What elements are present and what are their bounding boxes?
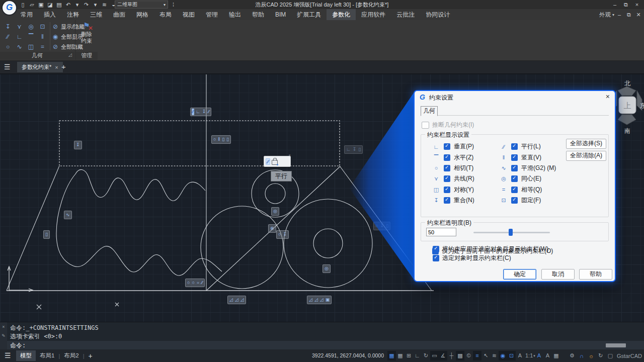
status-menu-icon[interactable]: ☰ [5, 351, 11, 359]
redo-caret-icon[interactable]: ▾ [92, 2, 99, 8]
constraint-badge[interactable]: ◎ [271, 207, 279, 216]
sync-icon[interactable]: ↻ [597, 352, 605, 359]
annotation-scale-icon[interactable]: A [516, 351, 524, 360]
minimize-button[interactable]: – [610, 2, 620, 8]
save-icon[interactable]: ▣ [37, 2, 45, 8]
zoom-icon[interactable]: ◉ [499, 351, 507, 360]
transparency-input[interactable] [426, 228, 456, 236]
doc-restore-button[interactable]: ⧉ [624, 12, 633, 18]
dialog-title-bar[interactable]: G 约束设置 × [415, 91, 615, 103]
panel-launcher-icon[interactable]: ◿ [68, 52, 72, 57]
perpendicular-icon[interactable]: ∟ [14, 32, 25, 42]
parallel-icon[interactable]: ∕∕ [2, 32, 14, 42]
ribbon-tab[interactable]: 管理 [200, 9, 223, 20]
doc-close-button[interactable]: ✕ [634, 12, 643, 18]
ortho-mode-icon[interactable]: ∟ [413, 351, 422, 360]
workspace-grid-icon[interactable]: ▦ [552, 351, 560, 360]
dialog-close-icon[interactable]: × [606, 93, 610, 101]
constraint-badge[interactable]: ◿◿◿▣ [307, 296, 332, 304]
save-as-icon[interactable]: ◪ [46, 2, 54, 8]
angle-snap-icon[interactable]: ∡ [439, 351, 447, 360]
constraint-badge[interactable]: ∟↧▯ [344, 145, 363, 154]
ribbon-tab[interactable]: 网格 [131, 9, 154, 20]
polar-tracking-icon[interactable]: ↻ [422, 351, 430, 360]
transparency-slider[interactable] [473, 232, 550, 233]
menu-icon[interactable]: ☰ [4, 63, 11, 71]
ribbon-tab[interactable]: 参数化 [327, 9, 356, 20]
slider-thumb[interactable] [509, 229, 513, 236]
apply-after-checkbox[interactable] [433, 246, 439, 252]
new-doc-icon[interactable]: ▢ [606, 352, 614, 359]
lock-icon[interactable]: ∩ [578, 353, 586, 359]
constraint-checkbox[interactable] [444, 165, 450, 171]
auto-annotation-icon[interactable]: A [543, 351, 552, 360]
lock-icon[interactable] [272, 160, 278, 165]
equal-icon[interactable]: = [37, 42, 48, 52]
constraint-checkbox[interactable] [511, 187, 518, 193]
ribbon-tab[interactable]: 协同设计 [420, 9, 455, 20]
new-tab-button[interactable]: + [61, 62, 66, 71]
constraint-checkbox[interactable] [511, 143, 518, 150]
annotation-scale-value[interactable]: 1:1 ▾ [524, 351, 535, 360]
ribbon-tab[interactable]: 视图 [177, 9, 200, 20]
constraint-badge[interactable]: ▯ [43, 230, 50, 239]
model-tab[interactable]: 模型 [16, 350, 36, 361]
constraint-badge[interactable]: ∿ [64, 211, 72, 219]
bulb-icon[interactable]: ☼ [587, 353, 595, 359]
constraint-checkbox[interactable] [444, 187, 450, 193]
undo-icon[interactable]: ↶ [64, 2, 72, 8]
collinear-icon[interactable]: ⋎ [14, 22, 25, 32]
layout1-tab[interactable]: 布局1 [36, 350, 58, 361]
command-scrollbar[interactable] [606, 343, 626, 347]
smooth-icon[interactable]: ∿ [14, 42, 25, 52]
constraint-checkbox[interactable] [444, 175, 450, 182]
undo-caret-icon[interactable]: ▾ [73, 2, 81, 8]
parallel-constraint-icon[interactable]: ∕∕ [266, 158, 270, 165]
ribbon-tab[interactable]: 布局 [154, 9, 177, 20]
ribbon-tab[interactable]: 输出 [223, 9, 247, 20]
linetype-display-icon[interactable]: ≡ [473, 351, 481, 360]
selection-cycling-icon[interactable]: ↖ [481, 351, 490, 360]
constraint-checkbox[interactable] [444, 154, 450, 161]
clear-all-button[interactable]: 全部清除(A) [566, 151, 606, 161]
constraint-checkbox[interactable] [444, 197, 450, 204]
constraint-badge[interactable]: ∕∕∟↧∕∕ [190, 108, 211, 116]
snap-mode-icon[interactable]: ▦ [396, 351, 405, 360]
grid-display-icon[interactable]: ▦ [387, 351, 396, 360]
ribbon-tab[interactable]: 插入 [38, 9, 61, 20]
tangent-icon[interactable]: ○ [2, 42, 14, 52]
appearance-menu[interactable]: 外观 [599, 11, 612, 19]
print-icon[interactable]: ▤ [55, 2, 63, 8]
restore-button[interactable]: ⧉ [621, 2, 631, 8]
add-layout-button[interactable]: + [85, 352, 97, 360]
ribbon-tab[interactable]: 应用软件 [356, 9, 391, 20]
tab-close-icon[interactable]: × [55, 64, 58, 70]
constraint-badge[interactable]: ○○=∕∕ [185, 279, 205, 287]
layers-icon[interactable]: ≋ [101, 2, 108, 8]
ribbon-tab[interactable]: BIM [270, 9, 291, 20]
document-tab[interactable]: 参数化约束* × [17, 62, 63, 72]
symmetric-icon[interactable]: ◫ [25, 42, 37, 52]
delete-constraints-button[interactable]: ✕⚑ 删除 约束 [76, 21, 97, 51]
object-snap-icon[interactable]: ┼ [447, 351, 456, 360]
doc-minimize-button[interactable]: – [615, 12, 624, 18]
constraint-badge[interactable]: ○↧▯ [373, 222, 390, 230]
ribbon-tab[interactable]: 三维 [85, 9, 108, 20]
layout2-tab[interactable]: 布局2 [60, 350, 83, 361]
active-constraint-bar[interactable]: ∕∕ × [264, 156, 291, 167]
command-input-row[interactable]: 命令: [7, 341, 644, 350]
dynamic-input-icon[interactable]: ▭ [430, 351, 439, 360]
isolate-objects-icon[interactable]: ≋ [490, 351, 499, 360]
redo-icon[interactable]: ↷ [83, 2, 90, 8]
close-icon[interactable]: × [288, 153, 291, 157]
constraint-badge[interactable]: ↧ [74, 141, 82, 149]
ribbon-tab[interactable]: 注释 [61, 9, 85, 20]
horizontal-icon[interactable]: ▔ [25, 32, 37, 42]
cancel-button[interactable]: 取消 [541, 269, 575, 280]
ribbon-tab[interactable]: 云批注 [391, 9, 420, 20]
constraint-checkbox[interactable] [511, 154, 518, 161]
tab-geometry[interactable]: 几何 [421, 106, 438, 116]
command-edit-icon[interactable]: ✎ [2, 333, 6, 338]
constraint-checkbox[interactable] [511, 175, 518, 182]
constraint-badge[interactable]: ◎ [323, 264, 331, 273]
